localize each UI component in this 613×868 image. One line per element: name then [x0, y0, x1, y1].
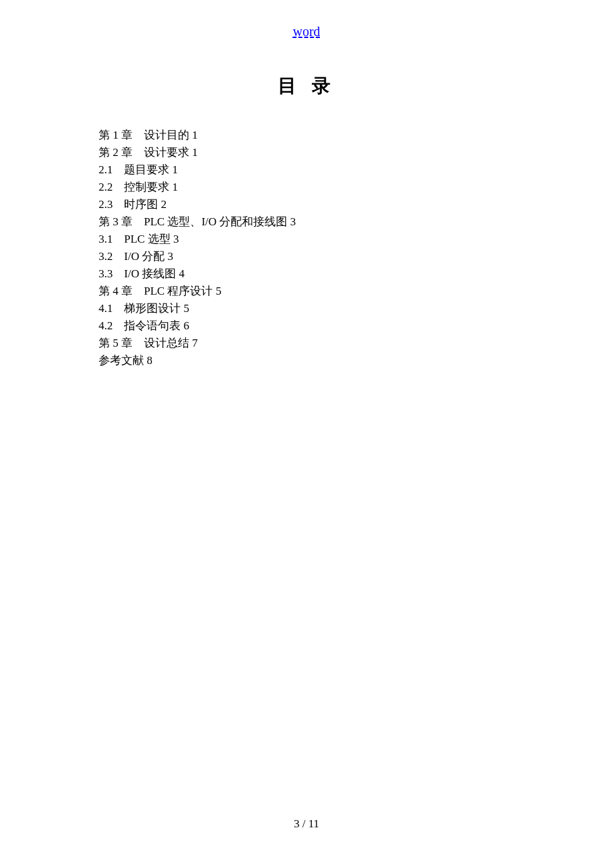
toc-entry: 3.1 PLC 选型 3: [99, 231, 512, 248]
page-number: 3 / 11: [0, 817, 613, 831]
word-link[interactable]: word: [293, 24, 320, 39]
toc-entry: 2.1 题目要求 1: [99, 161, 512, 179]
page-title: 目 录: [0, 73, 613, 99]
toc-entry: 第 3 章 PLC 选型、I/O 分配和接线图 3: [99, 213, 512, 231]
toc-entry: 第 4 章 PLC 程序设计 5: [99, 283, 512, 300]
header-link-container: word: [0, 24, 613, 39]
toc-entry: 3.2 I/O 分配 3: [99, 248, 512, 265]
toc-entry: 第 2 章 设计要求 1: [99, 144, 512, 161]
toc-entry: 第 5 章 设计总结 7: [99, 335, 512, 352]
toc-container: 第 1 章 设计目的 1 第 2 章 设计要求 1 2.1 题目要求 1 2.2…: [99, 127, 512, 369]
toc-entry: 3.3 I/O 接线图 4: [99, 265, 512, 283]
toc-entry: 2.3 时序图 2: [99, 196, 512, 213]
toc-entry: 4.1 梯形图设计 5: [99, 300, 512, 317]
toc-entry: 2.2 控制要求 1: [99, 179, 512, 196]
toc-entry: 第 1 章 设计目的 1: [99, 127, 512, 144]
toc-entry: 4.2 指令语句表 6: [99, 317, 512, 335]
toc-entry: 参考文献 8: [99, 352, 512, 369]
